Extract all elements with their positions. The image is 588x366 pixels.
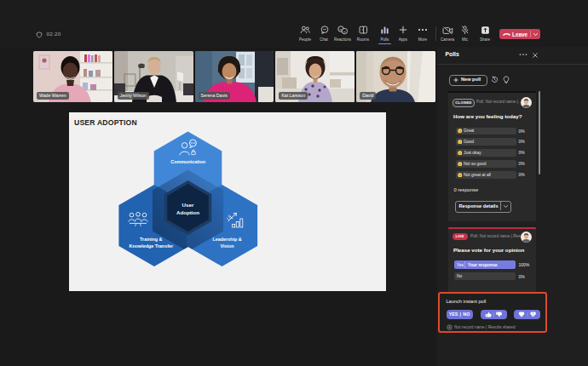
svg-text:Communication: Communication	[170, 159, 205, 164]
svg-text:Leadership &: Leadership &	[212, 237, 241, 242]
svg-text:Vision: Vision	[220, 243, 233, 249]
svg-text:Adoption: Adoption	[176, 209, 199, 215]
svg-text:Knowledge Transfer: Knowledge Transfer	[130, 243, 174, 249]
svg-text:Training &: Training &	[140, 237, 162, 242]
svg-text:User: User	[182, 202, 194, 208]
